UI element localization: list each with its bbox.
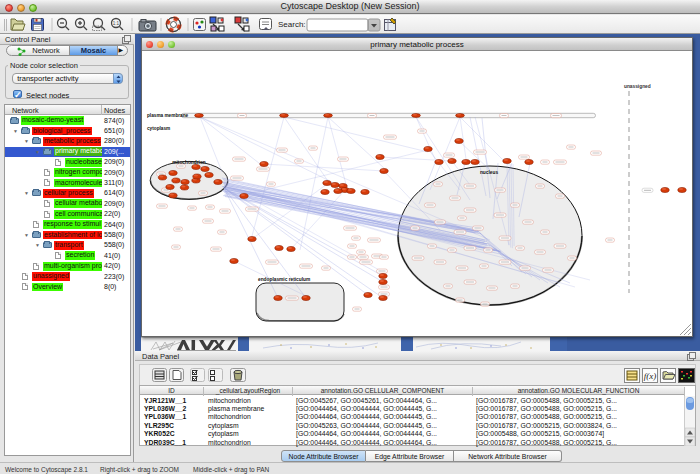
svg-text:cytoplasm: cytoplasm [147, 126, 170, 131]
svg-text:mitochondrion: mitochondrion [172, 160, 206, 165]
svg-text:endoplasmic reticulum: endoplasmic reticulum [258, 277, 310, 282]
svg-text:f(x): f(x) [644, 371, 657, 381]
svg-text:Search:: Search: [278, 20, 306, 29]
svg-text:unassigned: unassigned [624, 84, 651, 89]
svg-text:nucleus: nucleus [480, 170, 498, 175]
svg-text:1:1: 1:1 [113, 21, 120, 26]
svg-text:plasma membrane: plasma membrane [147, 113, 189, 118]
